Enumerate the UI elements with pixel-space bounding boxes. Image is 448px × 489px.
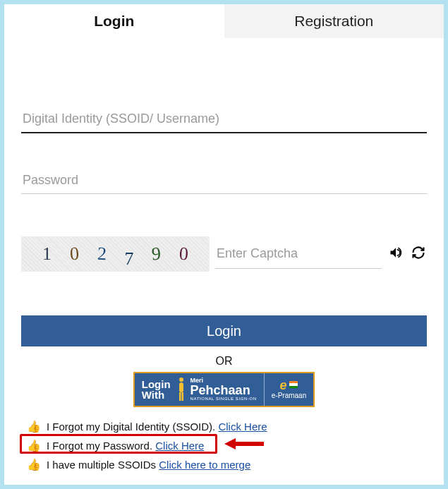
auth-tabs: Login Registration [4, 4, 444, 38]
forgot-password-row: 👍 I Forgot my Password. Click Here [25, 436, 427, 455]
merge-ssoid-link[interactable]: Click here to merge [159, 459, 250, 471]
captcha-digit: 1 [42, 243, 52, 265]
e-pramaan-logo-icon: e [279, 380, 298, 392]
password-input[interactable] [21, 167, 427, 194]
svg-rect-2 [179, 392, 181, 401]
captcha-row: 1 0 2 7 9 0 [21, 236, 427, 272]
captcha-digit: 7 [124, 248, 133, 270]
captcha-input[interactable] [215, 239, 382, 269]
thumbs-up-icon: 👍 [27, 459, 41, 471]
forgot-ssoid-link[interactable]: Click Here [218, 421, 267, 433]
multiple-ssoid-text: I have multiple SSOIDs Click here to mer… [47, 459, 250, 471]
svg-rect-1 [179, 382, 183, 392]
multiple-ssoid-row: 👍 I have multiple SSOIDs Click here to m… [25, 455, 427, 474]
pehchaan-brand: Meri Pehchaan NATIONAL SINGLE SIGN-ON [188, 373, 264, 406]
ssoid-input[interactable] [21, 106, 427, 133]
page-frame: Login Registration 1 0 2 7 9 0 [0, 0, 448, 489]
form-area: 1 0 2 7 9 0 Login OR [4, 38, 444, 481]
help-links: 👍 I Forgot my Digital Identity (SSOID). … [21, 417, 427, 474]
forgot-ssoid-text: I Forgot my Digital Identity (SSOID). Cl… [47, 421, 267, 433]
tab-login[interactable]: Login [4, 4, 224, 38]
captcha-digit: 0 [69, 243, 80, 265]
pehchaan-figure-icon [175, 373, 188, 406]
thumbs-up-icon: 👍 [27, 440, 41, 452]
login-button[interactable]: Login [21, 315, 427, 346]
login-with-label: Login With [135, 373, 175, 406]
captcha-digit: 9 [151, 243, 162, 265]
forgot-password-link[interactable]: Click Here [155, 440, 204, 452]
login-card: Login Registration 1 0 2 7 9 0 [4, 4, 444, 485]
thumbs-up-icon: 👍 [27, 421, 41, 433]
captcha-image: 1 0 2 7 9 0 [21, 236, 210, 272]
captcha-refresh-icon[interactable] [410, 244, 427, 265]
captcha-audio-icon[interactable] [387, 244, 404, 265]
svg-rect-3 [181, 392, 183, 401]
captcha-digit: 0 [178, 243, 189, 265]
captcha-digit: 2 [97, 243, 107, 265]
forgot-ssoid-row: 👍 I Forgot my Digital Identity (SSOID). … [25, 417, 427, 436]
or-separator: OR [21, 355, 427, 368]
forgot-password-text: I Forgot my Password. Click Here [47, 440, 204, 452]
login-with-pehchaan-button[interactable]: Login With Meri Pehchaan NATIONAL SINGLE… [133, 372, 315, 407]
svg-point-0 [179, 378, 183, 382]
tab-registration[interactable]: Registration [224, 4, 444, 38]
e-pramaan-section: e e-Pramaan [264, 373, 313, 406]
